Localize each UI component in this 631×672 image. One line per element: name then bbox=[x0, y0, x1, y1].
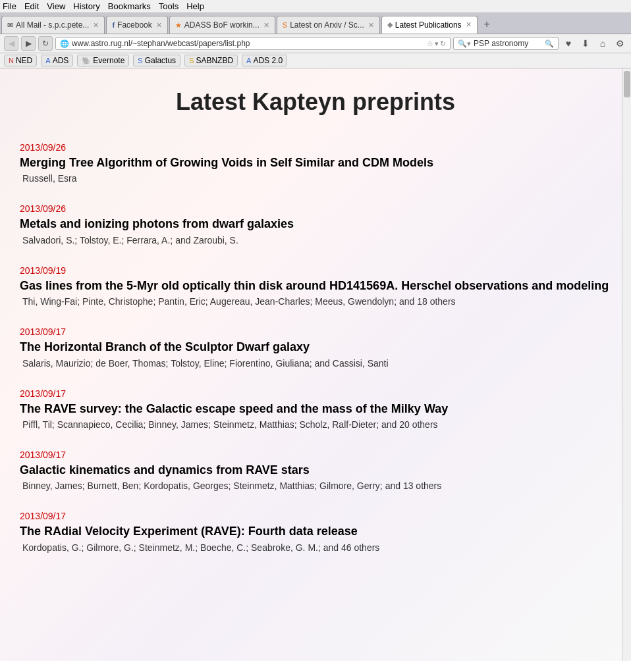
search-box[interactable]: 🔍▾ PSP astronomy 🔍 bbox=[453, 37, 559, 50]
paper-date-2: 2013/09/19 bbox=[20, 265, 611, 276]
paper-authors-5: Binney, James; Burnett, Ben; Kordopatis,… bbox=[22, 480, 611, 491]
paper-date-0: 2013/09/26 bbox=[20, 142, 611, 153]
bookmark-ads-icon: A bbox=[45, 57, 50, 65]
paper-entry-0: 2013/09/26Merging Tree Algorithm of Grow… bbox=[20, 142, 611, 184]
bookmark-galactus[interactable]: S Galactus bbox=[133, 55, 180, 66]
paper-title-3[interactable]: The Horizontal Branch of the Sculptor Dw… bbox=[20, 340, 611, 355]
paper-authors-1: Salvadori, S.; Tolstoy, E.; Ferrara, A.;… bbox=[22, 235, 611, 246]
bookmark-ads2-icon: A bbox=[246, 57, 251, 65]
addon-button[interactable]: ⚙ bbox=[613, 36, 627, 51]
paper-title-4[interactable]: The RAVE survey: the Galactic escape spe… bbox=[20, 401, 611, 417]
paper-date-6: 2013/09/17 bbox=[20, 511, 611, 521]
tab-4[interactable]: ◆ Latest Publications ✕ bbox=[381, 16, 478, 34]
paper-authors-0: Russell, Esra bbox=[22, 173, 611, 184]
menu-history[interactable]: History bbox=[73, 1, 99, 11]
menu-help[interactable]: Help bbox=[186, 1, 204, 11]
page-wrapper: Latest Kapteyn preprints 2013/09/26Mergi… bbox=[0, 68, 631, 661]
paper-entry-5: 2013/09/17Galactic kinematics and dynami… bbox=[20, 450, 611, 491]
menu-tools[interactable]: Tools bbox=[159, 1, 178, 11]
page-title: Latest Kapteyn preprints bbox=[20, 82, 611, 122]
address-bar: ◀ ▶ ↻ 🌐 www.astro.rug.nl/~stephan/webcas… bbox=[0, 34, 631, 53]
paper-date-3: 2013/09/17 bbox=[20, 326, 611, 337]
bookmark-evernote-icon: 🐘 bbox=[82, 57, 91, 65]
tab-close-0[interactable]: ✕ bbox=[93, 21, 99, 30]
papers-list: 2013/09/26Merging Tree Algorithm of Grow… bbox=[20, 142, 611, 553]
tab-label-4: Latest Publications bbox=[395, 20, 462, 30]
paper-authors-4: Piffl, Til; Scannapieco, Cecilia; Binney… bbox=[22, 419, 611, 430]
paper-entry-3: 2013/09/17The Horizontal Branch of the S… bbox=[20, 326, 611, 368]
url-refresh-icon[interactable]: ↻ bbox=[440, 39, 446, 48]
paper-authors-6: Kordopatis, G.; Gilmore, G.; Steinmetz, … bbox=[22, 542, 611, 553]
menu-view[interactable]: View bbox=[47, 1, 65, 11]
paper-title-0[interactable]: Merging Tree Algorithm of Growing Voids … bbox=[20, 155, 611, 170]
paper-entry-6: 2013/09/17The RAdial Velocity Experiment… bbox=[20, 511, 611, 552]
tab-icon-4: ◆ bbox=[387, 20, 393, 29]
bookmark-evernote[interactable]: 🐘 Evernote bbox=[77, 55, 129, 66]
download-button[interactable]: ⬇ bbox=[578, 36, 593, 51]
scrollbar[interactable] bbox=[622, 68, 631, 661]
bookmark-sabnzbd[interactable]: S SABNZBD bbox=[184, 55, 238, 66]
back-button[interactable]: ◀ bbox=[4, 36, 18, 51]
tab-3[interactable]: S Latest on Arxiv / Sc... ✕ bbox=[277, 16, 380, 34]
url-box[interactable]: 🌐 www.astro.rug.nl/~stephan/webcast/pape… bbox=[55, 37, 451, 50]
paper-title-1[interactable]: Metals and ionizing photons from dwarf g… bbox=[20, 217, 611, 232]
paper-entry-2: 2013/09/19Gas lines from the 5-Myr old o… bbox=[20, 265, 611, 307]
search-input[interactable]: PSP astronomy bbox=[474, 39, 542, 48]
paper-date-4: 2013/09/17 bbox=[20, 388, 611, 399]
tab-close-1[interactable]: ✕ bbox=[156, 21, 162, 30]
bookmark-ads[interactable]: A ADS bbox=[41, 55, 73, 66]
bookmark-ned[interactable]: N NED bbox=[4, 55, 37, 66]
bookmark-ads-label: ADS bbox=[53, 56, 69, 65]
tab-close-4[interactable]: ✕ bbox=[466, 20, 472, 29]
tab-icon-0: ✉ bbox=[7, 21, 13, 30]
url-security-icon: 🌐 bbox=[60, 39, 69, 48]
tab-close-2[interactable]: ✕ bbox=[263, 21, 269, 30]
bookmarks-bar: N NED A ADS 🐘 Evernote S Galactus S SABN… bbox=[0, 53, 631, 68]
menu-file[interactable]: File bbox=[3, 1, 16, 11]
tab-label-0: All Mail - s.p.c.pete... bbox=[16, 20, 89, 30]
bookmark-ads2[interactable]: A ADS 2.0 bbox=[242, 55, 287, 66]
reload-button[interactable]: ↻ bbox=[38, 36, 53, 51]
scrollbar-thumb[interactable] bbox=[624, 71, 630, 97]
tab-icon-1: f bbox=[112, 21, 115, 29]
bookmark-sabnzbd-label: SABNZBD bbox=[196, 56, 233, 65]
bookmark-ads2-label: ADS 2.0 bbox=[253, 56, 283, 65]
page-background: Latest Kapteyn preprints 2013/09/26Mergi… bbox=[0, 68, 631, 661]
paper-title-5[interactable]: Galactic kinematics and dynamics from RA… bbox=[20, 463, 611, 478]
menu-bookmarks[interactable]: Bookmarks bbox=[108, 1, 151, 11]
paper-authors-2: Thi, Wing-Fai; Pinte, Christophe; Pantin… bbox=[22, 296, 611, 307]
tab-label-2: ADASS BoF workin... bbox=[184, 20, 260, 30]
new-tab-button[interactable]: + bbox=[479, 16, 495, 34]
tab-0[interactable]: ✉ All Mail - s.p.c.pete... ✕ bbox=[1, 16, 105, 34]
search-go-button[interactable]: 🔍 bbox=[545, 39, 554, 48]
search-engine-icon: 🔍▾ bbox=[458, 39, 471, 48]
bookmark-galactus-icon: S bbox=[138, 57, 142, 65]
tab-icon-3: S bbox=[283, 21, 287, 29]
content-area: Latest Kapteyn preprints 2013/09/26Mergi… bbox=[0, 68, 631, 661]
tab-label-3: Latest on Arxiv / Sc... bbox=[290, 20, 364, 30]
url-actions: ☆ ▾ ↻ bbox=[427, 39, 446, 48]
tab-label-1: Facebook bbox=[117, 20, 152, 30]
tab-icon-2: ★ bbox=[175, 21, 182, 30]
bookmark-sabnzbd-icon: S bbox=[189, 57, 194, 65]
menu-edit[interactable]: Edit bbox=[24, 1, 39, 11]
bookmark-galactus-label: Galactus bbox=[145, 56, 176, 65]
rss-button[interactable]: ♥ bbox=[561, 36, 576, 51]
tab-close-3[interactable]: ✕ bbox=[368, 21, 374, 30]
tab-bar: ✉ All Mail - s.p.c.pete... ✕ f Facebook … bbox=[0, 13, 631, 34]
bookmark-evernote-label: Evernote bbox=[93, 56, 124, 65]
bookmark-ned-label: NED bbox=[16, 56, 32, 65]
paper-date-1: 2013/09/26 bbox=[20, 203, 611, 214]
paper-entry-1: 2013/09/26Metals and ionizing photons fr… bbox=[20, 203, 611, 245]
forward-button[interactable]: ▶ bbox=[21, 36, 36, 51]
bookmark-ned-icon: N bbox=[9, 57, 14, 65]
url-dropdown-icon[interactable]: ▾ bbox=[435, 39, 439, 48]
paper-title-2[interactable]: Gas lines from the 5-Myr old optically t… bbox=[20, 278, 611, 294]
bookmark-star-icon[interactable]: ☆ bbox=[427, 39, 433, 48]
paper-title-6[interactable]: The RAdial Velocity Experiment (RAVE): F… bbox=[20, 524, 611, 539]
home-button[interactable]: ⌂ bbox=[595, 36, 610, 51]
tab-2[interactable]: ★ ADASS BoF workin... ✕ bbox=[169, 16, 275, 34]
tab-1[interactable]: f Facebook ✕ bbox=[106, 16, 167, 34]
paper-date-5: 2013/09/17 bbox=[20, 450, 611, 460]
paper-authors-3: Salaris, Maurizio; de Boer, Thomas; Tols… bbox=[22, 358, 611, 369]
